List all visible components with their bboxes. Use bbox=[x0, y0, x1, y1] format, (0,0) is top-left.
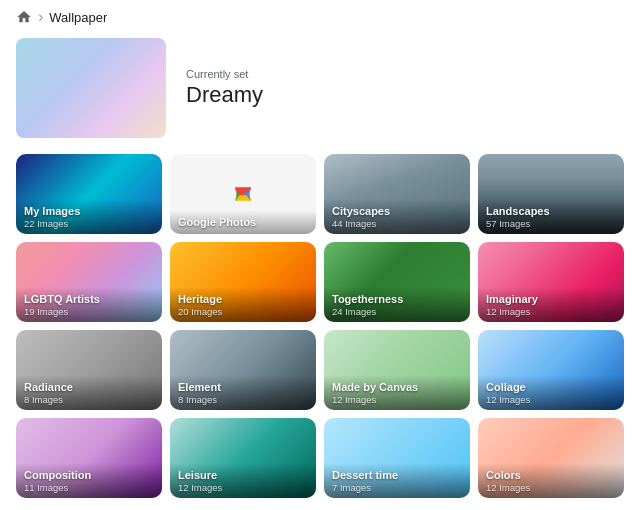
grid-item-title-leisure: Leisure bbox=[178, 469, 308, 482]
grid-item-title-collage: Collage bbox=[486, 381, 616, 394]
grid-item-title-heritage: Heritage bbox=[178, 293, 308, 306]
grid-item-count-heritage: 20 Images bbox=[178, 306, 308, 317]
grid-item-count-landscapes: 57 Images bbox=[486, 218, 616, 229]
grid-item-title-togetherness: Togetherness bbox=[332, 293, 462, 306]
grid-item-collage[interactable]: Collage 12 Images bbox=[478, 330, 624, 410]
grid-item-colors[interactable]: Colors 12 Images bbox=[478, 418, 624, 498]
hero-info: Currently set Dreamy bbox=[186, 68, 263, 108]
grid-item-count-radiance: 8 Images bbox=[24, 394, 154, 405]
grid-item-count-made-by-canvas: 12 Images bbox=[332, 394, 462, 405]
wallpaper-grid: My Images 22 Images Google Photos Citysc… bbox=[16, 154, 624, 498]
grid-item-leisure[interactable]: Leisure 12 Images bbox=[170, 418, 316, 498]
grid-item-count-lgbtq-artists: 19 Images bbox=[24, 306, 154, 317]
grid-item-title-imaginary: Imaginary bbox=[486, 293, 616, 306]
grid-item-title-colors: Colors bbox=[486, 469, 616, 482]
grid-item-title-my-images: My Images bbox=[24, 205, 154, 218]
grid-item-my-images[interactable]: My Images 22 Images bbox=[16, 154, 162, 234]
grid-item-imaginary[interactable]: Imaginary 12 Images bbox=[478, 242, 624, 322]
grid-item-radiance[interactable]: Radiance 8 Images bbox=[16, 330, 162, 410]
grid-item-cityscapes[interactable]: Cityscapes 44 Images bbox=[324, 154, 470, 234]
grid-item-count-togetherness: 24 Images bbox=[332, 306, 462, 317]
grid-item-title-google-photos: Google Photos bbox=[178, 216, 308, 229]
wallpaper-grid-container: My Images 22 Images Google Photos Citysc… bbox=[0, 150, 640, 510]
hero-thumbnail bbox=[16, 38, 166, 138]
grid-item-count-collage: 12 Images bbox=[486, 394, 616, 405]
grid-item-lgbtq-artists[interactable]: LGBTQ Artists 19 Images bbox=[16, 242, 162, 322]
grid-item-count-cityscapes: 44 Images bbox=[332, 218, 462, 229]
hero-section: Currently set Dreamy bbox=[0, 34, 640, 150]
grid-item-title-landscapes: Landscapes bbox=[486, 205, 616, 218]
grid-item-made-by-canvas[interactable]: Made by Canvas 12 Images bbox=[324, 330, 470, 410]
grid-item-title-element: Element bbox=[178, 381, 308, 394]
grid-item-element[interactable]: Element 8 Images bbox=[170, 330, 316, 410]
grid-item-heritage[interactable]: Heritage 20 Images bbox=[170, 242, 316, 322]
grid-item-count-colors: 12 Images bbox=[486, 482, 616, 493]
grid-item-title-composition: Composition bbox=[24, 469, 154, 482]
grid-item-count-dessert-time: 7 Images bbox=[332, 482, 462, 493]
home-icon[interactable] bbox=[16, 9, 32, 25]
breadcrumb-separator: › bbox=[38, 8, 43, 26]
grid-item-count-my-images: 22 Images bbox=[24, 218, 154, 229]
grid-item-dessert-time[interactable]: Dessert time 7 Images bbox=[324, 418, 470, 498]
grid-item-title-lgbtq-artists: LGBTQ Artists bbox=[24, 293, 154, 306]
grid-item-composition[interactable]: Composition 11 Images bbox=[16, 418, 162, 498]
breadcrumb-page-title: Wallpaper bbox=[49, 10, 107, 25]
grid-item-count-composition: 11 Images bbox=[24, 482, 154, 493]
grid-item-togetherness[interactable]: Togetherness 24 Images bbox=[324, 242, 470, 322]
grid-item-count-imaginary: 12 Images bbox=[486, 306, 616, 317]
grid-item-title-made-by-canvas: Made by Canvas bbox=[332, 381, 462, 394]
hero-label: Currently set bbox=[186, 68, 263, 80]
grid-item-title-radiance: Radiance bbox=[24, 381, 154, 394]
breadcrumb: › Wallpaper bbox=[0, 0, 640, 34]
hero-title: Dreamy bbox=[186, 82, 263, 108]
grid-item-title-dessert-time: Dessert time bbox=[332, 469, 462, 482]
grid-item-count-element: 8 Images bbox=[178, 394, 308, 405]
grid-item-count-leisure: 12 Images bbox=[178, 482, 308, 493]
grid-item-landscapes[interactable]: Landscapes 57 Images bbox=[478, 154, 624, 234]
grid-item-google-photos[interactable]: Google Photos bbox=[170, 154, 316, 234]
grid-item-title-cityscapes: Cityscapes bbox=[332, 205, 462, 218]
